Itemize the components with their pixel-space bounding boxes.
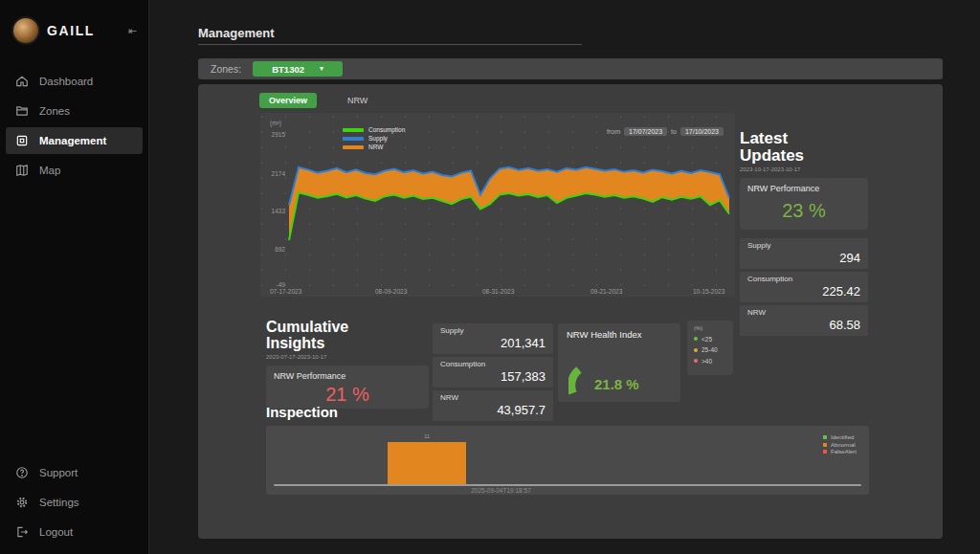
- green-dot-icon: [694, 337, 698, 341]
- from-label: from: [607, 128, 620, 135]
- abnormal-bar[interactable]: [388, 442, 466, 484]
- x-axis-line: [274, 484, 861, 486]
- tab-overview[interactable]: Overview: [259, 93, 317, 108]
- zones-bar: Zones: BT1302 ▾: [198, 58, 943, 79]
- nrw-area-band: [289, 167, 729, 240]
- sidebar-item-zones[interactable]: Zones: [6, 98, 143, 124]
- main-content: Management Zones: BT1302 ▾ Overview NRW …: [148, 0, 980, 554]
- legend-label: Abnormal: [831, 442, 856, 448]
- zone-select-value: BT1302: [272, 64, 304, 75]
- stat-label: NRW: [747, 308, 860, 317]
- consumption-stat-card: Consumption 225.42: [740, 272, 868, 302]
- stat-label: NRW: [440, 393, 546, 402]
- grid-icon: [15, 134, 29, 147]
- bar-value-label: 11: [388, 433, 466, 439]
- nrw-swatch-icon: [343, 145, 364, 149]
- app-root: GAILL ⇤ Dashboard Zones Management: [0, 0, 980, 554]
- help-icon: [15, 466, 29, 479]
- sidebar-item-label: Logout: [39, 526, 73, 538]
- inspection-title: Inspection: [266, 404, 338, 420]
- cumulative-nrw-performance-value: 21 %: [274, 384, 421, 406]
- supply-stat-card: Supply 201,341: [433, 323, 553, 354]
- sidebar-item-label: Map: [39, 165, 60, 176]
- legend-label: FalseAlert: [831, 449, 857, 454]
- cumulative-date-range: 2023-07-17-2023-10-17: [266, 354, 429, 360]
- nrw-health-index-card: NRW Health Index 21.8 %: [558, 323, 680, 402]
- from-date-picker[interactable]: 17/07/2023: [624, 127, 667, 136]
- legend-item-falsealert: FalseAlert: [823, 449, 857, 454]
- supply-consumption-chart: (m³) 2915 2174 1433 692 -49 Consumption …: [260, 113, 735, 297]
- inspection-x-tick: 2025-09-04T19:18:57: [446, 487, 556, 494]
- chart-legend: Consumption Supply NRW: [343, 126, 405, 150]
- map-icon: [15, 164, 29, 177]
- sidebar-item-label: Support: [39, 467, 78, 478]
- inspection-legend: Identified Abnormal FalseAlert: [823, 434, 857, 456]
- stat-value: 43,957.7: [440, 403, 546, 417]
- latest-updates-title: Latest Updates: [740, 130, 868, 164]
- legend-item-nrw: NRW: [343, 144, 405, 150]
- sidebar-item-label: Settings: [39, 497, 79, 508]
- sidebar-item-label: Management: [39, 135, 106, 146]
- legend-item-supply: Supply: [343, 135, 405, 142]
- legend-label: Identified: [831, 434, 854, 440]
- sidebar-item-map[interactable]: Map: [6, 157, 143, 184]
- legend-item-low: <25: [694, 336, 726, 343]
- zone-select-dropdown[interactable]: BT1302 ▾: [253, 61, 343, 77]
- latest-updates-section: Latest Updates 2023-10-17-2023-10-17 NRW…: [740, 130, 868, 336]
- date-range-filter: from 17/07/2023 to 17/10/2023: [607, 127, 724, 136]
- supply-stat-card: Supply 294: [740, 238, 868, 269]
- stat-value: 201,341: [440, 336, 546, 350]
- supply-swatch-icon: [343, 137, 364, 141]
- sidebar-item-logout[interactable]: Logout: [6, 519, 143, 545]
- stat-value: 225.42: [747, 284, 860, 299]
- brand: GAILL ⇤: [0, 0, 148, 51]
- area-chart-svg: [260, 113, 735, 297]
- sidebar-item-management[interactable]: Management: [6, 127, 143, 154]
- sidebar-item-settings[interactable]: Settings: [6, 489, 143, 516]
- view-tabs: Overview NRW: [259, 93, 377, 108]
- stat-value: 294: [747, 251, 860, 265]
- legend-label: >40: [702, 358, 712, 365]
- health-gauge: 21.8 %: [568, 366, 639, 395]
- inspection-chart: 11 2025-09-04T19:18:57 Identified Abnorm…: [266, 426, 869, 495]
- sidebar-item-label: Zones: [39, 105, 70, 117]
- abnormal-swatch-icon: [823, 443, 827, 447]
- nrw-stat-card: NRW 68.58: [740, 305, 868, 336]
- stat-label: Supply: [440, 326, 546, 335]
- nrw-performance-value: 23 %: [747, 200, 860, 222]
- sidebar-item-label: Dashboard: [39, 76, 93, 87]
- nrw-performance-card: NRW Performance 23 %: [740, 178, 868, 230]
- legend-label: <25: [702, 336, 712, 343]
- consumption-line: [289, 192, 729, 240]
- chevron-down-icon: ▾: [320, 65, 323, 73]
- latest-updates-date-range: 2023-10-17-2023-10-17: [740, 166, 868, 172]
- consumption-stat-card: Consumption 157,383: [433, 357, 553, 388]
- stat-label: Supply: [747, 241, 860, 250]
- legend-label: Consumption: [368, 126, 405, 133]
- tab-nrw[interactable]: NRW: [338, 93, 377, 108]
- logout-icon: [15, 525, 29, 539]
- sidebar-item-dashboard[interactable]: Dashboard: [6, 68, 143, 95]
- legend-label: Supply: [368, 135, 388, 142]
- nrw-performance-label: NRW Performance: [274, 371, 421, 381]
- orange-dot-icon: [694, 348, 698, 352]
- sidebar-footer: Support Settings Logout: [0, 456, 148, 548]
- to-date-picker[interactable]: 17/10/2023: [680, 127, 724, 136]
- sidebar-item-support[interactable]: Support: [6, 459, 143, 486]
- folder-icon: [15, 104, 29, 118]
- sidebar-collapse-icon[interactable]: ⇤: [128, 25, 137, 37]
- stat-value: 157,383: [440, 369, 546, 384]
- red-dot-icon: [694, 359, 698, 363]
- legend-item-mid: 25-40: [694, 346, 726, 353]
- legend-item-abnormal: Abnormal: [823, 442, 857, 448]
- nrw-performance-label: NRW Performance: [747, 184, 860, 193]
- legend-label: NRW: [368, 144, 383, 150]
- health-index-legend: (%) <25 25-40 >40: [687, 321, 733, 375]
- stat-label: Consumption: [747, 275, 860, 283]
- zones-label: Zones:: [211, 63, 241, 75]
- legend-item-identified: Identified: [823, 434, 857, 440]
- gauge-arc-icon: [568, 366, 591, 395]
- consumption-swatch-icon: [343, 128, 364, 132]
- falsealert-swatch-icon: [823, 450, 827, 454]
- management-panel: Overview NRW (m³) 2915 2174 1433 692 -49…: [198, 84, 943, 539]
